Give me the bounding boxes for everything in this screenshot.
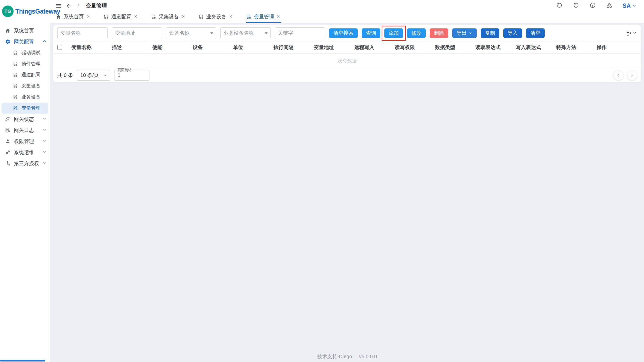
- edit-button[interactable]: 修改: [407, 28, 426, 38]
- device-name-input[interactable]: [166, 27, 216, 39]
- brand-logo: TG: [2, 6, 14, 17]
- export-button[interactable]: 导出: [452, 28, 477, 38]
- tabbar: 系统首页 通道配置 采集设备 业务设备 变量管理: [50, 12, 644, 23]
- tab-collect-device[interactable]: 采集设备: [151, 12, 186, 23]
- clear-search-button[interactable]: 清空搜索: [329, 28, 358, 38]
- page-footer: 技术支持-Diego v5.0.0.0: [50, 353, 644, 360]
- sidebar-item-label: 网关日志: [14, 127, 34, 134]
- tab-business-device[interactable]: 业务设备: [198, 12, 233, 23]
- page-size-value: 10 条/页: [80, 72, 99, 79]
- breadcrumb: 变量管理: [86, 2, 107, 9]
- sidebar-item-gateway-status[interactable]: 网关状态: [0, 114, 50, 125]
- tab-variable-management[interactable]: 变量管理: [246, 12, 281, 23]
- sidebar-item-driver-debug[interactable]: 驱动调试: [0, 47, 50, 58]
- variable-address-field: [112, 27, 162, 39]
- chevron-down-icon: [42, 139, 47, 144]
- next-page-icon: [630, 73, 634, 78]
- column-header: 特殊方法: [556, 44, 597, 51]
- sidebar-item-permission[interactable]: 权限管理: [0, 136, 50, 147]
- business-device-name-select[interactable]: [220, 27, 271, 39]
- copy-button[interactable]: 复制: [481, 28, 499, 38]
- column-header: 描述: [112, 44, 152, 51]
- sidebar-item-channel-config[interactable]: 通道配置: [0, 69, 50, 80]
- sidebar-item-system-ops[interactable]: 系统运维: [0, 147, 50, 158]
- ops-icon: [5, 150, 11, 155]
- prev-page-button[interactable]: [614, 71, 623, 80]
- next-page-button[interactable]: [627, 71, 637, 80]
- clear-button[interactable]: 清空: [526, 28, 545, 38]
- select-all-checkbox[interactable]: [57, 45, 62, 50]
- refresh-icon[interactable]: [556, 2, 563, 10]
- support-text: 技术支持-Diego: [317, 354, 352, 359]
- gateway-status-icon: [5, 116, 11, 122]
- variable-name-field: [57, 27, 108, 39]
- tab-system-home[interactable]: 系统首页: [56, 12, 91, 23]
- column-settings-menu[interactable]: [626, 30, 637, 36]
- close-icon[interactable]: [181, 14, 185, 20]
- chevron-down-icon: [42, 161, 47, 166]
- info-icon[interactable]: [589, 2, 596, 10]
- sidebar-item-plugin-management[interactable]: 插件管理: [0, 58, 50, 69]
- brand-name: ThingsGateway: [15, 8, 60, 15]
- keyword-input[interactable]: [275, 27, 325, 39]
- user-menu[interactable]: SA: [623, 3, 636, 9]
- import-button[interactable]: 导入: [503, 28, 522, 38]
- sidebar-item-third-party-auth[interactable]: 第三方授权: [0, 158, 50, 169]
- total-count: 共 0 条: [57, 72, 73, 79]
- back-icon[interactable]: [66, 3, 72, 9]
- column-header: 变量名称: [71, 44, 112, 51]
- home-icon: [56, 14, 61, 19]
- page-size-select[interactable]: 10 条/页: [77, 70, 110, 81]
- sidebar-item-label: 业务设备: [21, 94, 41, 100]
- secondary-refresh-icon[interactable]: [573, 2, 579, 10]
- sidebar-item-label: 系统首页: [14, 27, 34, 34]
- sidebar-item-label: 网关配置: [14, 38, 34, 45]
- sidebar-scrollbar[interactable]: [0, 360, 45, 361]
- shapes-icon[interactable]: [606, 2, 613, 10]
- close-icon[interactable]: [229, 14, 233, 20]
- close-icon[interactable]: [134, 14, 138, 20]
- sidebar-item-gateway-config[interactable]: 网关配置: [0, 36, 50, 47]
- sidebar-item-collect-device[interactable]: 采集设备: [0, 80, 50, 92]
- query-button[interactable]: 查询: [362, 28, 380, 38]
- column-header: 设备: [193, 44, 233, 51]
- brand[interactable]: TG ThingsGateway: [0, 0, 50, 22]
- sidebar-item-variable-management[interactable]: 变量管理: [2, 103, 48, 114]
- device-name-select[interactable]: [166, 27, 216, 39]
- app-root: TG ThingsGateway 系统首页 网关配置 驱动调试 插件管理: [0, 0, 644, 362]
- page-jump-label: 页面跳转: [116, 68, 133, 72]
- column-header: 数据类型: [435, 44, 475, 51]
- page-jump-field: 页面跳转: [114, 70, 149, 81]
- forward-icon[interactable]: [76, 3, 81, 9]
- delete-button[interactable]: 删除: [430, 28, 448, 38]
- close-icon[interactable]: [276, 14, 280, 20]
- user-name: SA: [623, 3, 631, 9]
- add-button[interactable]: 添加: [384, 28, 403, 38]
- database-icon: [13, 61, 18, 66]
- variable-address-input[interactable]: [112, 27, 162, 39]
- pagination-bar: 共 0 条 10 条/页 页面跳转: [53, 68, 641, 82]
- chevron-down-icon: [42, 150, 47, 155]
- export-caret-icon: [468, 31, 472, 35]
- database-icon: [13, 72, 18, 77]
- export-label: 导出: [457, 30, 467, 36]
- sidebar-item-gateway-log[interactable]: 网关日志: [0, 125, 50, 136]
- content-area: 清空搜索 查询 添加 修改 删除 导出 复制 导入 清空: [50, 23, 644, 362]
- close-icon[interactable]: [86, 14, 90, 20]
- chevron-up-icon: [42, 39, 47, 45]
- database-icon: [246, 14, 251, 19]
- business-device-name-input[interactable]: [220, 27, 271, 39]
- column-header: 单位: [233, 44, 273, 51]
- prev-page-icon: [616, 73, 621, 78]
- permission-icon: [5, 139, 11, 144]
- tab-label: 业务设备: [206, 13, 226, 20]
- sidebar-item-home[interactable]: 系统首页: [0, 25, 50, 36]
- third-party-icon: [5, 161, 11, 166]
- tab-label: 变量管理: [254, 13, 274, 20]
- variable-name-input[interactable]: [57, 27, 108, 39]
- column-header: 读写权限: [395, 44, 435, 51]
- tab-channel-config[interactable]: 通道配置: [103, 12, 138, 23]
- sidebar-item-business-device[interactable]: 业务设备: [0, 92, 50, 103]
- column-settings-icon: [626, 30, 632, 36]
- brand-initials: TG: [5, 9, 11, 14]
